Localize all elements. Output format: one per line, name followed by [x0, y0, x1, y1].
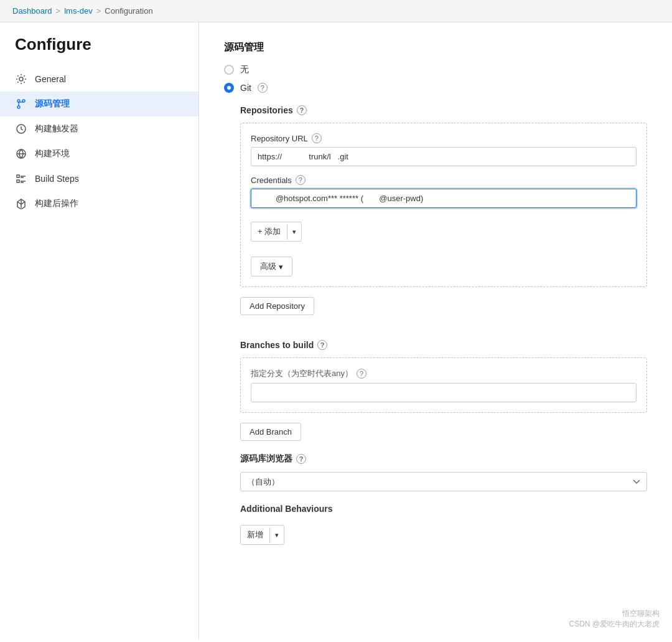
- radio-git-label: Git: [240, 83, 251, 93]
- radio-none-label: 无: [240, 64, 249, 75]
- sidebar-item-source-mgmt[interactable]: 源码管理: [0, 92, 198, 116]
- sidebar-item-build-env[interactable]: 构建环境: [0, 141, 198, 166]
- sidebar-item-general[interactable]: General: [0, 67, 198, 92]
- branch-icon: [15, 98, 27, 110]
- sidebar-label-build-env: 构建环境: [35, 148, 70, 159]
- breadcrumb: Dashboard > lms-dev > Configuration: [0, 0, 672, 22]
- repositories-label: Repositories: [240, 105, 293, 115]
- sidebar: Configure General 源码管理: [0, 22, 199, 640]
- radio-git[interactable]: Git ?: [224, 83, 647, 93]
- repositories-header: Repositories ?: [240, 105, 647, 115]
- sidebar-title: Configure: [0, 35, 198, 67]
- add-credentials-dropdown[interactable]: + 添加: [251, 222, 302, 242]
- breadcrumb-dashboard[interactable]: Dashboard: [12, 6, 52, 16]
- radio-group: 无 Git ?: [224, 64, 647, 93]
- main-content: 源码管理 无 Git ? Repositories ?: [199, 22, 672, 640]
- source-browser-header: 源码库浏览器 ?: [240, 453, 647, 465]
- sidebar-label-source-mgmt: 源码管理: [35, 98, 70, 110]
- branches-box: 指定分支（为空时代表any） ?: [240, 357, 647, 413]
- breadcrumb-lms-dev[interactable]: lms-dev: [64, 6, 93, 16]
- branches-label: Branches to build: [240, 340, 314, 350]
- credentials-input[interactable]: [251, 189, 637, 208]
- source-browser-label: 源码库浏览器: [240, 453, 292, 465]
- sidebar-label-general: General: [35, 74, 66, 84]
- radio-none-circle[interactable]: [224, 65, 234, 75]
- repository-url-label: Repository URL: [251, 134, 308, 143]
- sidebar-label-build-steps: Build Steps: [35, 174, 79, 184]
- repositories-help-icon[interactable]: ?: [297, 105, 307, 115]
- advanced-label: 高级: [260, 261, 276, 272]
- breadcrumb-sep-2: >: [96, 6, 101, 16]
- svg-point-0: [19, 77, 23, 81]
- credentials-label: Credentials: [251, 176, 292, 185]
- branch-hint: 指定分支（为空时代表any） ?: [251, 368, 637, 379]
- git-help-icon[interactable]: ?: [258, 83, 268, 93]
- add-branch-button[interactable]: Add Branch: [240, 423, 301, 441]
- section-title: 源码管理: [224, 41, 647, 54]
- branches-header: Branches to build ?: [240, 340, 647, 350]
- source-browser-help-icon[interactable]: ?: [296, 454, 306, 464]
- breadcrumb-sep-1: >: [56, 6, 61, 16]
- add-credentials-button[interactable]: + 添加: [251, 222, 287, 241]
- credentials-label-row: Credentials ?: [251, 175, 637, 185]
- sidebar-label-post-build: 构建后操作: [35, 198, 78, 209]
- branches-section: Branches to build ? 指定分支（为空时代表any） ? Add…: [240, 340, 647, 441]
- box-icon: [15, 197, 27, 210]
- source-browser-select[interactable]: （自动）: [240, 472, 647, 491]
- branches-help-icon[interactable]: ?: [317, 340, 327, 350]
- sidebar-item-post-build[interactable]: 构建后操作: [0, 191, 198, 216]
- credentials-group: Credentials ?: [251, 175, 637, 208]
- globe-icon: [15, 148, 27, 160]
- repository-url-help-icon[interactable]: ?: [312, 133, 322, 143]
- radio-git-circle[interactable]: [224, 83, 234, 93]
- advanced-button[interactable]: 高级 ▾: [251, 257, 292, 276]
- new-chevron-icon: [275, 531, 279, 539]
- source-browser-section: 源码库浏览器 ? （自动）: [240, 453, 647, 491]
- gear-icon: [15, 73, 27, 85]
- sidebar-item-build-trigger[interactable]: 构建触发器: [0, 116, 198, 141]
- new-behaviour-arrow[interactable]: [269, 527, 284, 543]
- repository-url-group: Repository URL ?: [251, 133, 637, 166]
- svg-rect-6: [17, 175, 19, 177]
- branch-hint-help-icon[interactable]: ?: [357, 369, 366, 379]
- advanced-chevron-icon: ▾: [279, 262, 283, 271]
- branch-hint-label: 指定分支（为空时代表any）: [251, 368, 353, 379]
- list-icon: [15, 172, 27, 185]
- repository-box: Repository URL ? Credentials ? + 添加: [240, 123, 647, 287]
- new-behaviour-button[interactable]: 新增: [241, 526, 269, 544]
- repository-url-label-row: Repository URL ?: [251, 133, 637, 143]
- branch-input[interactable]: [251, 383, 637, 402]
- sidebar-item-build-steps[interactable]: Build Steps: [0, 166, 198, 191]
- svg-rect-7: [17, 180, 19, 182]
- sidebar-label-build-trigger: 构建触发器: [35, 123, 78, 135]
- repository-url-input[interactable]: [251, 147, 637, 166]
- add-credentials-arrow[interactable]: [287, 224, 301, 240]
- additional-behaviours-section: Additional Behaviours 新增: [240, 504, 647, 545]
- breadcrumb-current: Configuration: [105, 6, 152, 16]
- clock-icon: [15, 123, 27, 135]
- new-behaviour-dropdown[interactable]: 新增: [240, 525, 284, 545]
- svg-point-2: [17, 106, 20, 108]
- add-repository-button[interactable]: Add Repository: [240, 297, 314, 315]
- additional-behaviours-header: Additional Behaviours: [240, 504, 647, 514]
- add-chevron-icon: [292, 228, 296, 235]
- repositories-section: Repositories ? Repository URL ? Credenti…: [240, 105, 647, 545]
- credentials-help-icon[interactable]: ?: [296, 175, 306, 185]
- radio-none[interactable]: 无: [224, 64, 647, 75]
